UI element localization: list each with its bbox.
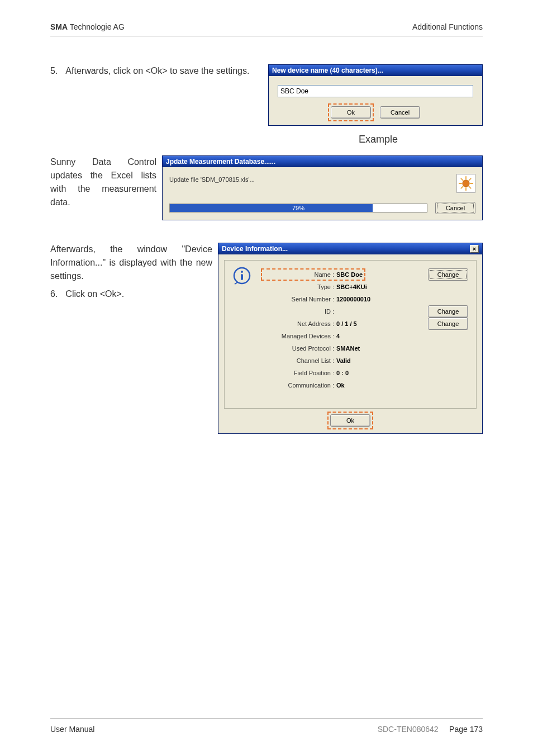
svg-point-10 (241, 271, 243, 273)
label-type: Type : (264, 284, 336, 290)
devinfo-paragraph: Afterwards, the window "Device Informati… (50, 243, 212, 283)
dialog3-ok-row: Ok (218, 414, 482, 433)
footer-left: User Manual (50, 725, 94, 734)
company-rest: Technologie AG (68, 22, 125, 31)
section-step5: 5. Afterwards, click on <Ok> to save the… (50, 64, 483, 126)
value-comm: Ok (336, 382, 345, 389)
value-name: SBC Doe (336, 271, 363, 278)
change-id-button[interactable]: Change (428, 305, 468, 318)
devinfo-text-block: Afterwards, the window "Device Informati… (50, 243, 212, 301)
value-net: 0 / 1 / 5 (336, 320, 357, 327)
device-name-input[interactable] (278, 85, 473, 97)
change-name-button[interactable]: Change (428, 268, 468, 281)
example-caption: Example (50, 134, 483, 145)
progress-bar: 79% (169, 204, 427, 212)
label-channel: Channel List : (264, 357, 336, 364)
dialog-update-db: Jpdate Measurement Database...... Update… (162, 155, 483, 220)
footer-page-number: 173 (470, 725, 483, 734)
row-channel: Channel List : Valid (264, 355, 468, 367)
update-paragraph: Sunny Data Control updates the Excel lis… (50, 155, 156, 209)
update-file-label: Update file 'SDM_070815.xls'... (169, 174, 255, 183)
step5-text-block: 5. Afterwards, click on <Ok> to save the… (50, 64, 263, 78)
value-managed: 4 (336, 333, 340, 339)
page-header: SMA Technologie AG Additional Functions (50, 22, 483, 31)
footer-page-label: Page (449, 725, 470, 734)
label-field: Field Position : (264, 370, 336, 376)
label-serial: Serial Number : (264, 296, 336, 303)
row-comm: Communication : Ok (264, 379, 468, 391)
value-field: 0 : 0 (336, 370, 349, 376)
footer-right-group: SDC-TEN080642 Page 173 (378, 725, 483, 734)
step6-row: 6. Click on <Ok>. (50, 287, 212, 301)
dialog-new-device-name: New device name (40 characters)... Ok Ca… (268, 64, 483, 126)
dialog2-row2: 79% Cancel (169, 202, 475, 214)
dialog1-titlebar: New device name (40 characters)... (269, 65, 482, 76)
label-id: ID : (264, 308, 336, 315)
ok-highlight-devinfo: Ok (330, 414, 370, 427)
page-footer: User Manual SDC-TEN080642 Page 173 (50, 719, 483, 734)
dialog2-row1: Update file 'SDM_070815.xls'... (169, 174, 475, 193)
svg-rect-11 (241, 274, 243, 280)
dialog3-title-text: Device Information... (222, 245, 288, 253)
change-net-button[interactable]: Change (428, 318, 468, 330)
device-info-table: Name : SBC Doe Type : SBC+4KUi Serial Nu… (264, 268, 468, 391)
value-protocol: SMANet (336, 345, 360, 352)
svg-line-8 (469, 178, 471, 181)
row-protocol: Used Protocol : SMANet (264, 342, 468, 355)
svg-point-0 (463, 180, 469, 187)
cancel-button[interactable]: Cancel (380, 106, 420, 119)
row-field: Field Position : 0 : 0 (264, 367, 468, 379)
dialog1-body: Ok Cancel (269, 76, 482, 125)
dialog3-titlebar: Device Information... × (218, 243, 482, 254)
row-managed: Managed Devices : 4 (264, 330, 468, 342)
svg-line-5 (461, 178, 463, 181)
dialog1-button-row: Ok Cancel (278, 106, 473, 119)
section-device-info: Afterwards, the window "Device Informati… (50, 243, 483, 434)
dialog2-body: Update file 'SDM_070815.xls'... (163, 167, 482, 220)
label-name: Name : (264, 271, 336, 278)
header-company: SMA Technologie AG (50, 22, 125, 31)
cancel-update-button[interactable]: Cancel (435, 202, 475, 214)
step5-body: Afterwards, click on <Ok> to save the se… (65, 64, 249, 78)
step5-number: 5. (50, 64, 58, 78)
value-serial: 1200000010 (336, 296, 370, 303)
company-bold: SMA (50, 22, 68, 31)
ok-button-devinfo[interactable]: Ok (330, 414, 370, 427)
section-update-db: Sunny Data Control updates the Excel lis… (50, 155, 483, 220)
step6-number: 6. (50, 287, 58, 301)
ok-button[interactable]: Ok (331, 106, 371, 119)
ok-highlight: Ok (331, 106, 371, 119)
value-channel: Valid (336, 357, 351, 364)
progress-percent: 79% (170, 204, 427, 212)
dialog2-titlebar: Jpdate Measurement Database...... (163, 156, 482, 167)
info-icon (232, 266, 251, 285)
dialog3-frame: Name : SBC Doe Type : SBC+4KUi Serial Nu… (224, 260, 477, 409)
label-comm: Communication : (264, 382, 336, 389)
footer-rule (50, 719, 483, 719)
step6-body: Click on <Ok>. (65, 287, 124, 301)
label-protocol: Used Protocol : (264, 345, 336, 352)
close-icon[interactable]: × (470, 245, 479, 253)
svg-line-7 (461, 186, 463, 188)
label-managed: Managed Devices : (264, 333, 336, 339)
header-rule (50, 36, 483, 36)
svg-line-6 (469, 186, 471, 188)
dialog-device-information: Device Information... × Name : SBC Doe (218, 243, 483, 434)
label-net: Net Address : (264, 320, 336, 327)
change-button-column: Change Change Change (428, 268, 468, 330)
footer-row: User Manual SDC-TEN080642 Page 173 (50, 725, 483, 734)
sun-icon (456, 174, 475, 193)
value-type: SBC+4KUi (336, 284, 367, 290)
footer-doc-id: SDC-TEN080642 (378, 725, 439, 734)
name-highlight: Name : SBC Doe (264, 271, 363, 278)
header-section: Additional Functions (412, 22, 483, 31)
